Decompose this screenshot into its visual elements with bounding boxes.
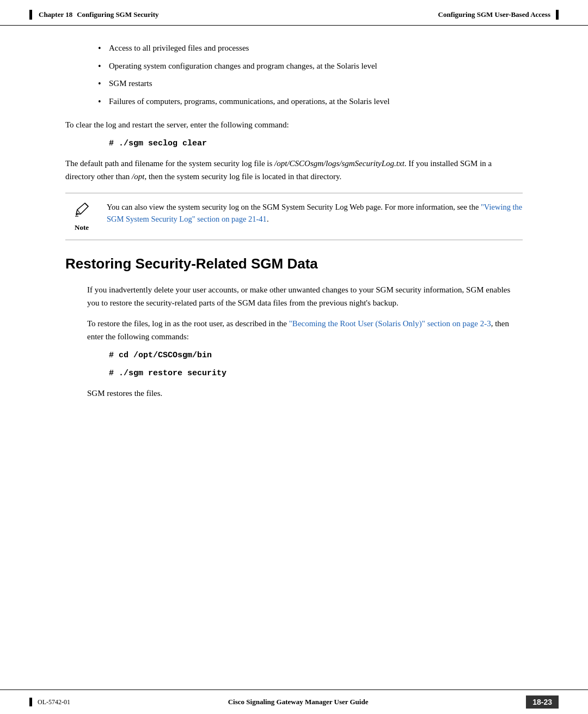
- footer-right: 18-23: [526, 695, 559, 709]
- right-section-title: Configuring SGM User-Based Access: [438, 10, 550, 19]
- default-path-para: The default path and filename for the sy…: [65, 157, 523, 183]
- header-bar-right-icon: [556, 10, 559, 20]
- note-label: Note: [75, 223, 89, 232]
- restore-para-2: To restore the files, log in as the root…: [65, 317, 523, 343]
- chapter-title: Configuring SGM Security: [77, 10, 158, 19]
- note-icon-area: Note: [65, 201, 98, 232]
- section-heading: Restoring Security-Related SGM Data: [65, 255, 523, 272]
- pencil-icon: [73, 201, 90, 221]
- bullet-list: Access to all privileged files and proce…: [98, 42, 523, 107]
- command-block-3: # ./sgm restore security: [109, 369, 523, 378]
- guide-title: Cisco Signaling Gateway Manager User Gui…: [228, 698, 369, 706]
- page-footer: OL-5742-01 Cisco Signaling Gateway Manag…: [0, 689, 588, 714]
- clear-log-intro: To clear the log and restart the server,…: [65, 118, 523, 131]
- list-item: Failures of computers, programs, communi…: [98, 95, 523, 108]
- footer-left: OL-5742-01: [29, 698, 70, 706]
- command-block-1: # ./sgm seclog clear: [109, 139, 523, 148]
- header-left: Chapter 18 Configuring SGM Security: [29, 10, 158, 20]
- page-number: 18-23: [526, 695, 559, 709]
- command-text-1: # ./sgm seclog clear: [109, 139, 523, 148]
- note-box: Note You can also view the system securi…: [65, 193, 523, 240]
- chapter-number: Chapter 18: [39, 10, 72, 19]
- doc-number: OL-5742-01: [38, 698, 70, 706]
- note-text: You can also view the system security lo…: [107, 201, 523, 225]
- page-header: Chapter 18 Configuring SGM Security Conf…: [0, 0, 588, 26]
- header-right: Configuring SGM User-Based Access: [438, 10, 559, 20]
- footer-center: Cisco Signaling Gateway Manager User Gui…: [70, 698, 526, 706]
- list-item: Access to all privileged files and proce…: [98, 42, 523, 54]
- restore-result: SGM restores the files.: [65, 387, 523, 400]
- header-bar-icon: [29, 10, 32, 20]
- command-text-3: # ./sgm restore security: [109, 369, 523, 378]
- list-item: SGM restarts: [98, 77, 523, 90]
- restore-para-1: If you inadvertently delete your user ac…: [65, 283, 523, 309]
- command-block-2: # cd /opt/CSCOsgm/bin: [109, 351, 523, 360]
- command-text-2: # cd /opt/CSCOsgm/bin: [109, 351, 523, 360]
- restore-link[interactable]: "Becoming the Root User (Solaris Only)" …: [289, 319, 491, 328]
- main-content: Access to all privileged files and proce…: [0, 26, 588, 451]
- footer-bar-icon: [29, 698, 32, 706]
- list-item: Operating system configuration changes a…: [98, 60, 523, 72]
